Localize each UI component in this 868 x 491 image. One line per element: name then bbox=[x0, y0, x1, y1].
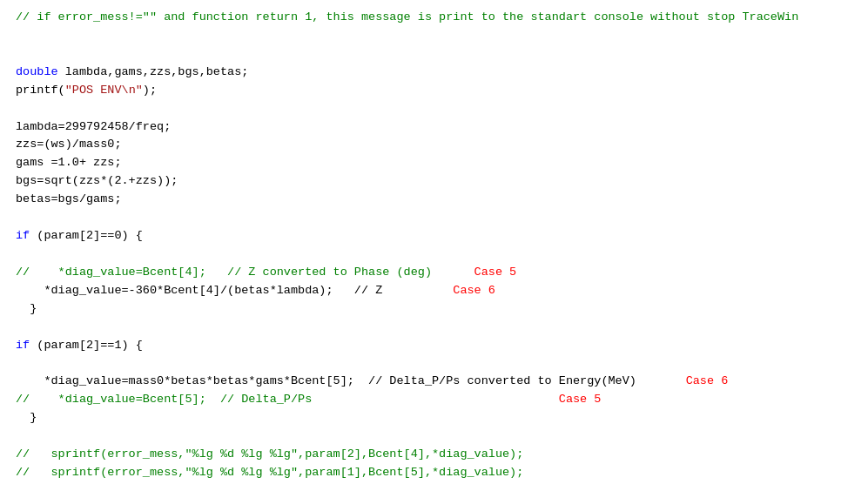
code-line: } bbox=[16, 300, 852, 319]
case-token: Case 6 bbox=[686, 374, 729, 387]
normal-token: printf( bbox=[16, 84, 65, 97]
code-line: betas=bgs/gams; bbox=[16, 191, 852, 209]
keyword-token: if bbox=[16, 229, 30, 242]
blank-line bbox=[16, 355, 852, 373]
blank-line bbox=[16, 209, 852, 227]
code-line: double lambda,gams,zzs,bgs,betas; bbox=[16, 64, 852, 82]
blank-line bbox=[16, 45, 852, 64]
code-line: *diag_value=mass0*betas*betas*gams*Bcent… bbox=[16, 373, 852, 391]
blank-line bbox=[16, 482, 852, 491]
code-line: if (param[2]==0) { bbox=[16, 227, 852, 246]
normal-token bbox=[636, 374, 686, 387]
normal-token: *diag_value=-360*Bcent[4]/(betas*lambda)… bbox=[16, 284, 382, 297]
normal-token: ); bbox=[143, 84, 157, 97]
code-line: } bbox=[16, 409, 852, 427]
blank-line bbox=[16, 27, 852, 45]
normal-token: zzs=(ws)/mass0; bbox=[16, 138, 122, 151]
blank-line bbox=[16, 100, 852, 118]
normal-token: (param[2]==1) { bbox=[30, 339, 143, 352]
case-token: Case 6 bbox=[453, 284, 495, 297]
comment-token: // *diag_value=Bcent[4]; // Z converted … bbox=[16, 266, 432, 279]
normal-token: } bbox=[16, 411, 37, 424]
code-line: zzs=(ws)/mass0; bbox=[16, 136, 852, 154]
code-editor: // if error_mess!="" and function return… bbox=[0, 0, 868, 491]
code-line: printf("POS ENV\n"); bbox=[16, 82, 852, 100]
blank-line bbox=[16, 246, 852, 264]
normal-token: *diag_value=mass0*betas*betas*gams*Bcent… bbox=[16, 374, 636, 387]
normal-token bbox=[382, 284, 453, 297]
normal-token: bgs=sqrt(zzs*(2.+zzs)); bbox=[16, 174, 178, 187]
normal-token: gams =1.0+ zzs; bbox=[16, 156, 122, 169]
comment-token: // *diag_value=Bcent[5]; // Delta_P/Ps bbox=[16, 393, 312, 406]
string-token: "POS ENV\n" bbox=[65, 84, 143, 97]
code-line: // if error_mess!="" and function return… bbox=[16, 9, 852, 27]
normal-token: lambda=299792458/freq; bbox=[16, 120, 171, 133]
normal-token: } bbox=[16, 302, 37, 315]
code-line: gams =1.0+ zzs; bbox=[16, 154, 852, 172]
comment-token: // sprintf(error_mess,"%lg %d %lg %lg",p… bbox=[16, 447, 523, 461]
blank-line bbox=[16, 427, 852, 446]
code-line: // sprintf(error_mess,"%lg %d %lg %lg",p… bbox=[16, 446, 852, 464]
normal-token bbox=[432, 266, 474, 279]
normal-token: betas=bgs/gams; bbox=[16, 192, 122, 205]
normal-token: (param[2]==0) { bbox=[30, 229, 143, 242]
code-line: if (param[2]==1) { bbox=[16, 337, 852, 355]
comment-text: // if error_mess!="" and function return… bbox=[16, 10, 798, 24]
comment-token: // sprintf(error_mess,"%lg %d %lg %lg",p… bbox=[16, 466, 523, 479]
case-token: Case 5 bbox=[559, 393, 602, 406]
code-line: *diag_value=-360*Bcent[4]/(betas*lambda)… bbox=[16, 282, 852, 300]
code-line: // sprintf(error_mess,"%lg %d %lg %lg",p… bbox=[16, 464, 852, 482]
case-token: Case 5 bbox=[474, 266, 517, 279]
blank-line bbox=[16, 319, 852, 337]
keyword-token: if bbox=[16, 339, 30, 352]
normal-token: lambda,gams,zzs,bgs,betas; bbox=[58, 65, 249, 78]
code-line: // *diag_value=Bcent[5]; // Delta_P/Ps C… bbox=[16, 391, 852, 409]
type-token: double bbox=[16, 65, 58, 78]
normal-token bbox=[312, 393, 559, 406]
code-line: lambda=299792458/freq; bbox=[16, 118, 852, 137]
code-line: bgs=sqrt(zzs*(2.+zzs)); bbox=[16, 172, 852, 191]
code-line: // *diag_value=Bcent[4]; // Z converted … bbox=[16, 264, 852, 282]
